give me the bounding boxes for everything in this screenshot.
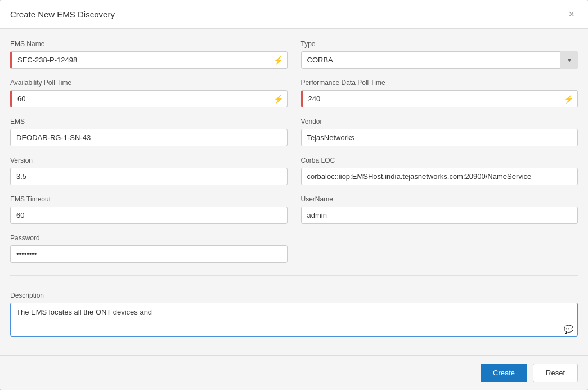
modal-body: EMS Name ⚡ Type CORBA SNMP REST ▾ [0,29,588,355]
group-username: UserName [301,195,578,224]
group-ems-name: EMS Name ⚡ [10,40,288,69]
vendor-wrapper [301,129,578,146]
vendor-input[interactable] [301,129,578,146]
corba-loc-input[interactable] [301,168,578,185]
row-version-corba: Version Corba LOC [10,156,578,185]
group-version: Version [10,156,288,185]
group-vendor: Vendor [301,118,578,146]
availability-poll-input[interactable] [10,90,288,107]
group-performance-poll: Performance Data Poll Time ⚡ [301,79,578,107]
group-password: Password [10,234,288,263]
description-wrapper: The EMS locates all the ONT devices and … [10,303,578,338]
group-ems: EMS [10,118,288,146]
modal-footer: Create Reset [0,355,588,390]
section-divider [10,275,578,276]
type-select[interactable]: CORBA SNMP REST [301,51,578,69]
row-ems-name-type: EMS Name ⚡ Type CORBA SNMP REST ▾ [10,40,578,69]
ems-wrapper [10,129,288,146]
group-type: Type CORBA SNMP REST ▾ [301,40,578,69]
corba-loc-label: Corba LOC [301,156,578,164]
performance-poll-input[interactable] [301,90,578,107]
username-input[interactable] [301,207,578,224]
row-ems-vendor: EMS Vendor [10,118,578,146]
description-textarea[interactable]: The EMS locates all the ONT devices and [10,303,578,337]
ems-input[interactable] [10,129,288,146]
ems-label: EMS [10,118,288,125]
availability-poll-label: Availability Poll Time [10,79,288,87]
password-input[interactable] [10,245,288,263]
performance-poll-wrapper: ⚡ [301,90,578,107]
group-availability-poll: Availability Poll Time ⚡ [10,79,288,107]
row-timeout-username: EMS Timeout UserName [10,195,578,224]
ems-timeout-input[interactable] [10,207,288,224]
row-password: Password [10,234,578,263]
create-ems-dialog: Create New EMS Discovery × EMS Name ⚡ Ty… [0,0,588,390]
username-wrapper [301,207,578,224]
username-label: UserName [301,195,578,203]
version-wrapper [10,168,288,185]
row-poll-times: Availability Poll Time ⚡ Performance Dat… [10,79,578,107]
password-label: Password [10,234,288,242]
type-select-wrapper: CORBA SNMP REST ▾ [301,51,578,69]
ems-name-input[interactable] [10,51,288,69]
modal-header: Create New EMS Discovery × [0,0,588,29]
version-label: Version [10,156,288,164]
performance-poll-label: Performance Data Poll Time [301,79,578,87]
description-label: Description [10,292,578,299]
close-button[interactable]: × [565,8,578,20]
ems-timeout-wrapper [10,207,288,224]
group-corba-loc: Corba LOC [301,156,578,185]
ems-timeout-label: EMS Timeout [10,195,288,203]
corba-loc-wrapper [301,168,578,185]
reset-button[interactable]: Reset [533,364,578,382]
ems-name-label: EMS Name [10,40,288,48]
group-description: Description The EMS locates all the ONT … [10,292,578,344]
modal-title: Create New EMS Discovery [10,10,115,19]
availability-poll-wrapper: ⚡ [10,90,288,107]
password-wrapper [10,245,288,263]
vendor-label: Vendor [301,118,578,125]
type-label: Type [301,40,578,48]
ems-name-input-wrapper: ⚡ [10,51,288,69]
group-ems-timeout: EMS Timeout [10,195,288,224]
version-input[interactable] [10,168,288,185]
create-button[interactable]: Create [481,364,527,382]
